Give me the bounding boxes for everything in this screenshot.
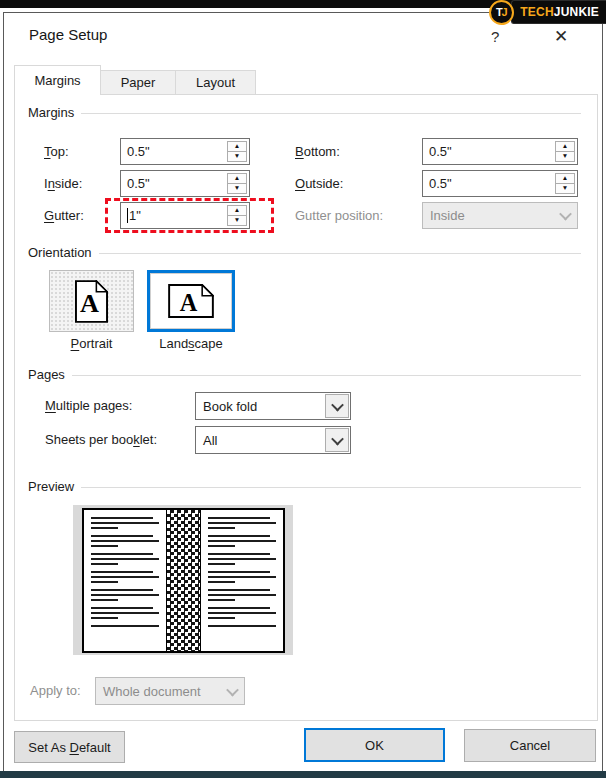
bottom-margin-label: Bottom: [295, 138, 340, 165]
bottom-margin-input[interactable]: 0.5" ▲ ▼ [422, 138, 578, 165]
gutter-margin-input[interactable]: 1" ▲ ▼ [120, 202, 250, 229]
top-margin-value: 0.5" [127, 139, 150, 164]
multiple-pages-label: Multiple pages: [45, 392, 132, 420]
spinner-up-icon[interactable]: ▲ [555, 141, 575, 151]
help-icon[interactable]: ? [491, 28, 499, 45]
spinner-up-icon[interactable]: ▲ [227, 205, 247, 215]
text-cursor [127, 208, 128, 223]
spinner-up-icon[interactable]: ▲ [227, 141, 247, 151]
portrait-page-icon: A [75, 280, 108, 323]
tab-margins[interactable]: Margins [14, 65, 101, 95]
preview-group-label: Preview [28, 479, 74, 494]
preview-group-header: Preview [28, 479, 581, 494]
svg-text:A: A [180, 289, 198, 316]
brand-name-tech: TECH [520, 5, 553, 19]
margins-group-label: Margins [28, 105, 74, 120]
techjunkie-wordmark: TECHJUNKIE [511, 0, 606, 24]
sheets-per-booklet-label: Sheets per booklet: [45, 426, 157, 454]
preview-page-right [201, 510, 283, 651]
set-as-default-button[interactable]: Set As Default [14, 731, 125, 763]
top-margin-label: Top: [44, 138, 69, 165]
svg-text:A: A [80, 289, 99, 318]
brand-name-junkie: JUNKIE [554, 5, 599, 19]
group-divider [72, 375, 581, 376]
group-divider [81, 113, 581, 114]
margins-group-header: Margins [28, 105, 581, 120]
multiple-pages-value: Book fold [196, 393, 324, 419]
group-divider [99, 253, 581, 254]
gutter-position-label: Gutter position: [295, 202, 383, 229]
inside-margin-input[interactable]: 0.5" ▲ ▼ [120, 170, 250, 197]
chevron-down-icon [331, 432, 344, 445]
chevron-down-icon [226, 683, 239, 696]
preview-book [82, 508, 285, 653]
group-divider [81, 487, 581, 488]
landscape-page-icon: A [168, 284, 214, 318]
dialog-title: Page Setup [29, 26, 107, 43]
inside-margin-value: 0.5" [127, 171, 150, 196]
gutter-margin-label: Gutter: [44, 202, 84, 229]
spinner-down-icon[interactable]: ▼ [227, 151, 247, 162]
outside-margin-label: Outside: [295, 170, 343, 197]
top-margin-input[interactable]: 0.5" ▲ ▼ [120, 138, 250, 165]
ok-button[interactable]: OK [304, 728, 445, 762]
orientation-group-header: Orientation [28, 245, 581, 260]
apply-to-label: Apply to: [30, 677, 81, 705]
spinner-up-icon[interactable]: ▲ [227, 173, 247, 183]
outside-margin-input[interactable]: 0.5" ▲ ▼ [422, 170, 578, 197]
pages-group-label: Pages [28, 367, 65, 382]
inside-margin-label: Inside: [44, 170, 82, 197]
brand-initial-j: J [502, 7, 508, 18]
bottom-margin-value: 0.5" [429, 139, 452, 164]
sheets-per-booklet-value: All [196, 427, 324, 453]
tab-strip: Margins Paper Layout [14, 65, 255, 95]
orientation-portrait-tile[interactable]: A [49, 270, 134, 332]
chevron-down-icon [331, 398, 344, 411]
preview-page-left [84, 510, 166, 651]
apply-to-value: Whole document [96, 678, 220, 704]
book-fold-preview-graphic [73, 505, 293, 655]
gutter-margin-value: 1" [129, 203, 141, 228]
margins-tab-page: Margins Top: 0.5" ▲ ▼ Bottom: 0.5" ▲ ▼ I… [14, 94, 598, 721]
spinner-down-icon[interactable]: ▼ [555, 183, 575, 194]
tab-layout[interactable]: Layout [175, 70, 256, 95]
bottom-border-band [0, 771, 606, 778]
orientation-group-label: Orientation [28, 245, 92, 260]
cancel-button[interactable]: Cancel [464, 729, 596, 762]
techjunkie-logo: TJ TECHJUNKIE [489, 0, 606, 25]
spinner-down-icon[interactable]: ▼ [227, 215, 247, 226]
pages-group-header: Pages [28, 367, 581, 382]
sheets-per-booklet-dropdown[interactable]: All [195, 426, 351, 454]
portrait-label: Portrait [49, 336, 134, 351]
gutter-position-dropdown: Inside [422, 202, 578, 229]
spinner-up-icon[interactable]: ▲ [555, 173, 575, 183]
close-icon[interactable]: ✕ [554, 26, 568, 47]
apply-to-dropdown: Whole document [95, 677, 245, 705]
dropdown-button[interactable] [325, 394, 349, 418]
dropdown-button[interactable] [325, 428, 349, 452]
landscape-label: Landscape [141, 336, 241, 351]
gutter-position-value: Inside [423, 203, 553, 228]
outside-margin-value: 0.5" [429, 171, 452, 196]
spinner-down-icon[interactable]: ▼ [555, 151, 575, 162]
spinner-down-icon[interactable]: ▼ [227, 183, 247, 194]
orientation-landscape-tile[interactable]: A [147, 270, 235, 332]
page-setup-dialog: Page Setup ? ✕ Margins Paper Layout Marg… [3, 12, 603, 772]
tab-paper[interactable]: Paper [100, 70, 176, 95]
multiple-pages-dropdown[interactable]: Book fold [195, 392, 351, 420]
chevron-down-icon [559, 208, 572, 221]
preview-gutter-checker [166, 510, 201, 651]
